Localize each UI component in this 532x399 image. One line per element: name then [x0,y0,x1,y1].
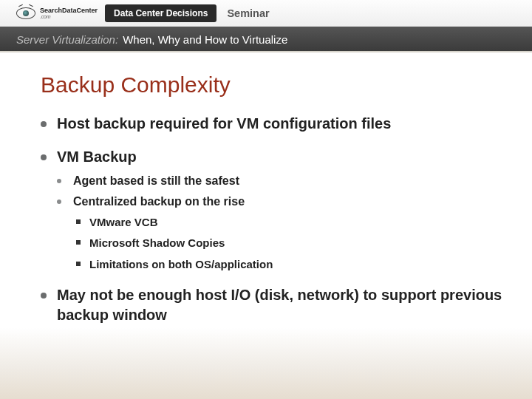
bullet-text: VMware VCB [89,216,158,228]
bullet-lvl3: Microsoft Shadow Copies [73,236,502,250]
eye-icon [16,7,35,19]
brand-text: SearchDataCenter .com [40,7,98,19]
brand-logo: SearchDataCenter .com [16,7,98,19]
top-bar: SearchDataCenter .com Data Center Decisi… [0,0,532,27]
slide-body: Backup Complexity Host backup required f… [0,52,532,399]
bullet-text: VM Backup [57,149,137,165]
slide: SearchDataCenter .com Data Center Decisi… [0,0,532,399]
topbar-seminar: Seminar [227,7,269,19]
brand-line2: .com [40,14,98,19]
bullet-lvl1: VM Backup Agent based is still the safes… [41,147,502,272]
bullet-lvl2: Agent based is still the safest [57,173,502,189]
bullet-text: Centralized backup on the rise [73,195,245,208]
bullet-text: Limitations on both OS/application [89,258,273,270]
topbar-pill: Data Center Decisions [105,4,216,22]
bullet-list-lvl3: VMware VCB Microsoft Shadow Copies Limit… [73,215,502,272]
bullet-text: May not be enough host I/O (disk, networ… [57,287,502,323]
bullet-lvl1: May not be enough host I/O (disk, networ… [41,285,502,325]
bullet-text: Agent based is still the safest [73,174,239,187]
bullet-list-lvl2: Agent based is still the safest Centrali… [57,173,502,272]
slide-title: Backup Complexity [41,72,502,98]
bullet-lvl1: Host backup required for VM configuratio… [41,114,502,134]
brand-line1: SearchDataCenter [40,7,98,14]
subtitle-rest: When, Why and How to Virtualize [123,33,287,46]
bullet-lvl2: Centralized backup on the rise VMware VC… [57,194,502,272]
bullet-text: Host backup required for VM configuratio… [57,115,391,132]
bullet-lvl3: Limitations on both OS/application [73,257,502,272]
subtitle-italic: Server Virtualization: [16,33,118,46]
bullet-text: Microsoft Shadow Copies [89,236,225,249]
bullet-lvl3: VMware VCB [73,215,502,230]
bullet-list-lvl1: Host backup required for VM configuratio… [41,114,502,325]
subtitle-bar: Server Virtualization: When, Why and How… [0,27,532,52]
